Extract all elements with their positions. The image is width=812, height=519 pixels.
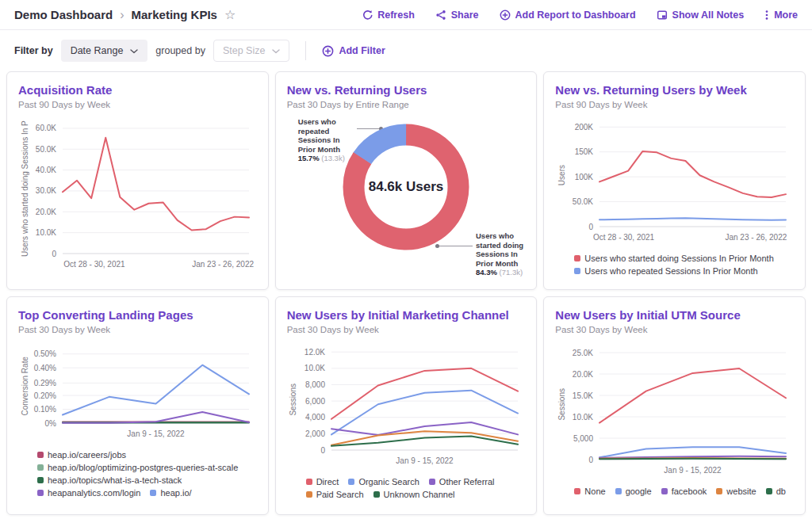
- legend-swatch-icon: [373, 491, 380, 498]
- line-chart-canvas[interactable]: 02,0004,0006,0008,00010.0K12.0KJan 9 - 1…: [300, 342, 526, 471]
- y-axis-label: Sessions: [555, 342, 568, 480]
- svg-text:15.0K: 15.0K: [573, 391, 593, 400]
- report-title-link[interactable]: New vs. Returning Users by Week: [555, 83, 794, 97]
- share-button[interactable]: Share: [435, 10, 479, 21]
- legend-item[interactable]: Unknown Channel: [373, 490, 455, 499]
- chart-area: Users 050.0K100K150K200KOct 28 - 30, 202…: [555, 117, 794, 247]
- legend-item[interactable]: heapanalytics.com/login: [37, 488, 140, 498]
- legend-swatch-icon: [37, 464, 44, 471]
- svg-text:30.0K: 30.0K: [36, 186, 56, 195]
- show-notes-button[interactable]: Show All Notes: [657, 10, 745, 21]
- refresh-button[interactable]: Refresh: [362, 10, 415, 21]
- legend-item[interactable]: heap.io/blog/optimizing-postgres-queries…: [37, 463, 238, 472]
- favorite-star-icon[interactable]: ☆: [224, 9, 236, 21]
- legend-item[interactable]: Paid Search: [306, 490, 364, 499]
- date-range-dropdown[interactable]: Date Range: [61, 40, 148, 62]
- svg-text:0%: 0%: [45, 419, 57, 428]
- line-chart-canvas[interactable]: 050.0K100K150K200KOct 28 - 30, 2021Jan 2…: [568, 117, 794, 247]
- line-chart-canvas[interactable]: 0%0.10%0.20%0.29%0.40%0.50%Jan 9 - 15, 2…: [31, 342, 257, 444]
- legend-item[interactable]: heap.io/careers/jobs: [37, 450, 126, 460]
- report-title-link[interactable]: New vs. Returning Users: [287, 83, 526, 97]
- legend-item[interactable]: Organic Search: [348, 477, 419, 487]
- legend-item[interactable]: Direct: [306, 477, 339, 487]
- donut-chart-canvas[interactable]: 84.6k Users Users who repeated Sessions …: [287, 114, 526, 284]
- legend-label: Paid Search: [316, 490, 364, 499]
- legend-label: Organic Search: [358, 477, 419, 487]
- svg-text:0.29%: 0.29%: [34, 379, 56, 387]
- svg-text:50.0K: 50.0K: [573, 197, 593, 206]
- legend-item[interactable]: Users who started doing Sessions In Prio…: [574, 254, 773, 263]
- share-icon: [435, 10, 446, 21]
- svg-text:Jan 23 - 26, 2022: Jan 23 - 26, 2022: [726, 233, 787, 242]
- refresh-icon: [362, 10, 373, 21]
- legend-item[interactable]: heap.io/: [150, 488, 191, 498]
- report-subtitle: Past 30 Days by Week: [287, 325, 526, 334]
- svg-text:0: 0: [589, 456, 594, 464]
- y-axis-label: Users who started doing Sessions In Prio…: [18, 117, 31, 274]
- legend-item[interactable]: facebook: [661, 487, 707, 496]
- svg-text:8,000: 8,000: [305, 380, 325, 389]
- legend-label: Unknown Channel: [384, 490, 455, 499]
- svg-text:0.10%: 0.10%: [34, 405, 56, 414]
- chevron-down-icon: [272, 45, 280, 56]
- svg-text:Jan 9 - 15, 2022: Jan 9 - 15, 2022: [127, 429, 185, 438]
- legend-item[interactable]: db: [766, 487, 786, 496]
- breadcrumb-dashboard-link[interactable]: Demo Dashboard: [14, 8, 113, 21]
- chart-area: Sessions 02,0004,0006,0008,00010.0K12.0K…: [287, 342, 526, 471]
- report-title-link[interactable]: Acquisition Rate: [18, 83, 257, 97]
- legend-swatch-icon: [766, 488, 772, 494]
- svg-text:10.0K: 10.0K: [304, 364, 325, 372]
- add-filter-button[interactable]: Add Filter: [322, 45, 385, 57]
- svg-text:Oct 28 - 30, 2021: Oct 28 - 30, 2021: [593, 233, 655, 242]
- more-vertical-dots-icon: [764, 10, 769, 21]
- legend-swatch-icon: [306, 491, 312, 498]
- chart-legend: DirectOrganic SearchOther ReferralPaid S…: [306, 477, 526, 499]
- legend-item[interactable]: google: [615, 487, 652, 496]
- legend-item[interactable]: Users who repeated Sessions In Prior Mon…: [574, 266, 757, 276]
- legend-label: Users who started doing Sessions In Prio…: [584, 254, 773, 263]
- legend-label: Direct: [316, 477, 339, 487]
- svg-text:10.0K: 10.0K: [36, 228, 56, 237]
- chart-area: Conversion Rate 0%0.10%0.20%0.29%0.40%0.…: [18, 342, 257, 444]
- legend-label: Users who repeated Sessions In Prior Mon…: [584, 266, 757, 276]
- legend-item[interactable]: Other Referral: [429, 477, 495, 487]
- filter-divider: [305, 41, 306, 60]
- legend-item[interactable]: heap.io/topics/what-is-a-tech-stack: [37, 475, 182, 485]
- legend-swatch-icon: [574, 488, 580, 494]
- legend-swatch-icon: [716, 488, 722, 494]
- step-size-dropdown[interactable]: Step Size: [213, 40, 290, 62]
- page-title: Marketing KPIs: [132, 8, 217, 21]
- report-title-link[interactable]: New Users by Initial Marketing Channel: [287, 308, 526, 322]
- notes-icon: [657, 10, 668, 21]
- plus-circle-icon: [322, 45, 334, 57]
- legend-label: heap.io/topics/what-is-a-tech-stack: [48, 475, 182, 485]
- legend-swatch-icon: [661, 488, 668, 494]
- line-chart-canvas[interactable]: 05,00010.0K15.0K20.0K25.0KJan 9 - 15, 20…: [568, 342, 794, 480]
- legend-swatch-icon: [306, 479, 312, 485]
- chart-legend: heap.io/careers/jobsheap.io/blog/optimiz…: [37, 450, 257, 498]
- report-title-link[interactable]: Top Converting Landing Pages: [18, 308, 257, 322]
- report-subtitle: Past 30 Days by Entire Range: [287, 100, 526, 109]
- svg-text:5,000: 5,000: [573, 434, 593, 443]
- add-report-button[interactable]: Add Report to Dashboard: [500, 10, 636, 21]
- svg-text:20.0K: 20.0K: [36, 208, 56, 216]
- line-chart-canvas[interactable]: 010.0K20.0K30.0K40.0K50.0K60.0KOct 28 - …: [31, 117, 257, 274]
- legend-item[interactable]: None: [574, 487, 605, 496]
- svg-text:40.0K: 40.0K: [36, 166, 56, 174]
- report-title-link[interactable]: New Users by Initial UTM Source: [555, 308, 794, 322]
- svg-text:12.0K: 12.0K: [304, 348, 325, 357]
- legend-swatch-icon: [574, 255, 580, 261]
- svg-text:Jan 23 - 26, 2022: Jan 23 - 26, 2022: [192, 260, 254, 269]
- legend-swatch-icon: [37, 490, 44, 496]
- breadcrumb-chevron-icon: ›: [120, 9, 124, 21]
- svg-text:20.0K: 20.0K: [573, 370, 593, 379]
- donut-annotation-new: Users who started doing Sessions In Prio…: [476, 231, 527, 277]
- chevron-down-icon: [130, 45, 138, 56]
- legend-item[interactable]: website: [716, 487, 756, 496]
- chart-area: Sessions 05,00010.0K15.0K20.0K25.0KJan 9…: [555, 342, 794, 480]
- legend-swatch-icon: [615, 488, 622, 494]
- y-axis-label: Conversion Rate: [18, 342, 31, 444]
- more-button[interactable]: More: [764, 10, 798, 21]
- report-card-new-vs-returning: New vs. Returning Users Past 30 Days by …: [275, 71, 538, 290]
- grouped-by-label: grouped by: [155, 45, 205, 56]
